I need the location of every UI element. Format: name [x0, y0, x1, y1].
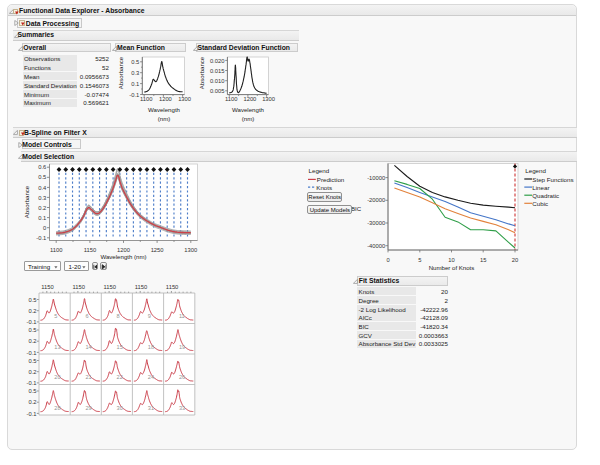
svg-text:11: 11 — [179, 313, 185, 319]
svg-text:24: 24 — [148, 374, 154, 380]
svg-text:33: 33 — [179, 405, 185, 411]
svg-text:19: 19 — [179, 344, 185, 350]
svg-text:0.5: 0.5 — [29, 327, 37, 333]
svg-text:18: 18 — [148, 344, 154, 350]
svg-text:14: 14 — [86, 344, 92, 350]
svg-text:15: 15 — [117, 344, 123, 350]
svg-text:1150: 1150 — [72, 284, 84, 290]
svg-text:30: 30 — [117, 405, 123, 411]
svg-text:22: 22 — [117, 374, 123, 380]
svg-text:0.2: 0.2 — [29, 369, 37, 375]
svg-text:-0.1: -0.1 — [27, 411, 37, 417]
svg-text:8: 8 — [117, 313, 120, 319]
svg-text:26: 26 — [179, 374, 185, 380]
svg-text:-0.1: -0.1 — [27, 380, 37, 386]
svg-text:0.5: 0.5 — [29, 358, 37, 364]
svg-text:31: 31 — [148, 405, 154, 411]
svg-text:6: 6 — [86, 313, 89, 319]
svg-text:0.5: 0.5 — [29, 297, 37, 303]
svg-text:-0.1: -0.1 — [27, 319, 37, 325]
svg-text:20: 20 — [54, 374, 60, 380]
svg-text:21: 21 — [86, 374, 92, 380]
svg-text:0.2: 0.2 — [29, 308, 37, 314]
svg-text:1150: 1150 — [41, 284, 53, 290]
svg-text:1150: 1150 — [135, 284, 147, 290]
svg-text:-0.1: -0.1 — [27, 350, 37, 356]
svg-text:29: 29 — [86, 405, 92, 411]
svg-text:1150: 1150 — [104, 284, 116, 290]
svg-text:0.2: 0.2 — [29, 399, 37, 405]
svg-text:0.5: 0.5 — [29, 388, 37, 394]
svg-text:0.2: 0.2 — [29, 338, 37, 344]
svg-text:28: 28 — [54, 405, 60, 411]
svg-text:1150: 1150 — [166, 284, 178, 290]
svg-text:5: 5 — [54, 313, 57, 319]
svg-text:9: 9 — [148, 313, 151, 319]
svg-text:13: 13 — [54, 344, 60, 350]
